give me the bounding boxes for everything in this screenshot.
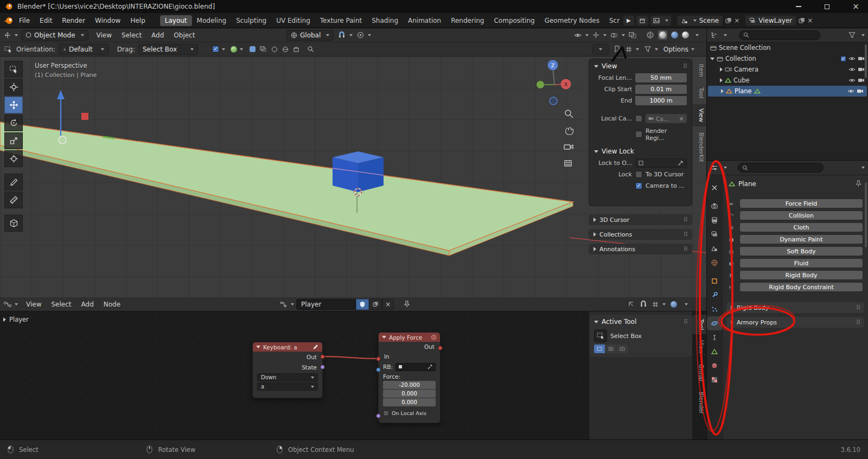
node-tab-tool[interactable]: Tool xyxy=(692,315,706,334)
workspace-tab-layout[interactable]: Layout xyxy=(160,15,192,26)
armory-play-button[interactable]: ▶ xyxy=(623,15,635,26)
snap-mode-dropdown[interactable] xyxy=(652,301,666,308)
object-visibility-dropdown[interactable] xyxy=(574,33,589,38)
camera-view-icon[interactable] xyxy=(564,145,573,149)
tab-tool-icon[interactable] xyxy=(707,181,722,195)
bookmark-icon[interactable] xyxy=(614,46,620,53)
sidebar-tab-item[interactable]: Item xyxy=(692,60,706,81)
outliner-row-plane[interactable]: Plane xyxy=(708,86,867,97)
view-panel-header[interactable]: View ⠿ xyxy=(589,60,692,72)
zoom-control-icon[interactable] xyxy=(565,110,573,118)
clip-end-field[interactable]: 1000 m xyxy=(635,96,687,105)
remove-rigid-body-icon[interactable]: × xyxy=(727,272,735,278)
menu-render[interactable]: Render xyxy=(57,17,90,24)
active-tool-thumbnail[interactable] xyxy=(594,329,607,342)
workspace-tab-rendering[interactable]: Rendering xyxy=(446,15,489,26)
outliner-editor-icon[interactable] xyxy=(710,32,718,39)
collision-button[interactable]: Collision xyxy=(739,211,863,220)
viewport-menu-object[interactable]: Object xyxy=(169,31,200,39)
expand-icon[interactable] xyxy=(710,58,714,60)
force-z-field[interactable]: 0.000 xyxy=(383,398,436,406)
sidebar-tab-tool[interactable]: Tool xyxy=(692,83,706,103)
expand-icon[interactable] xyxy=(720,78,723,82)
add-cube-tool[interactable] xyxy=(4,215,23,232)
collections-panel-header[interactable]: Collections⠿ xyxy=(589,229,692,240)
edit-pencil-icon[interactable] xyxy=(312,344,319,350)
workspace-tab-sculpting[interactable]: Sculpting xyxy=(231,15,271,26)
view-lock-header[interactable]: View Lock xyxy=(589,145,692,157)
key-event-dropdown[interactable]: Down xyxy=(257,373,318,381)
lock-3d-cursor-checkbox[interactable] xyxy=(635,171,642,178)
scene-selector[interactable]: Scene xyxy=(677,15,724,26)
panel-options-icon[interactable]: ⠿ xyxy=(856,304,860,311)
tab-object-data-icon[interactable] xyxy=(707,345,722,359)
render-visibility-icon[interactable] xyxy=(858,67,865,72)
plane-object[interactable] xyxy=(0,122,573,251)
tree-name-field[interactable]: Player xyxy=(296,299,356,310)
move-tool[interactable] xyxy=(4,97,23,113)
properties-search[interactable] xyxy=(738,163,824,173)
minimize-button[interactable] xyxy=(786,0,810,13)
new-viewlayer-icon[interactable] xyxy=(799,17,805,24)
new-scene-icon[interactable] xyxy=(725,17,732,24)
shading-wireframe-icon[interactable] xyxy=(646,31,654,39)
workspace-tab-texture-paint[interactable]: Texture Paint xyxy=(315,15,367,26)
apply-force-node[interactable]: Apply Force Out In RB: Force: -20.000 0.… xyxy=(378,332,441,423)
force-x-field[interactable]: -20.000 xyxy=(383,381,436,389)
panel-options-icon[interactable]: ⠿ xyxy=(684,216,687,224)
cloth-button[interactable]: Cloth xyxy=(739,222,863,232)
collapse-icon[interactable] xyxy=(382,336,386,339)
remove-viewlayer-icon[interactable]: × xyxy=(807,17,813,24)
axis-y-ball[interactable] xyxy=(537,81,544,88)
panel-options-icon[interactable]: ⠿ xyxy=(856,319,860,326)
local-axis-socket[interactable] xyxy=(376,413,381,418)
fluid-button[interactable]: Fluid xyxy=(739,258,863,268)
active-tool-header[interactable]: Active Tool ⠿ xyxy=(589,316,692,328)
close-button[interactable]: × xyxy=(844,0,868,13)
expand-icon[interactable] xyxy=(720,67,723,72)
cursor-tool[interactable] xyxy=(4,79,23,95)
rb-object-field[interactable] xyxy=(395,363,436,371)
filter-dropdown[interactable] xyxy=(644,46,658,52)
shading-rendered-icon[interactable] xyxy=(682,31,689,39)
node-tab-view[interactable]: View xyxy=(692,336,706,358)
render-visibility-icon[interactable] xyxy=(858,78,865,83)
hide-eye-icon[interactable] xyxy=(848,78,856,83)
tab-particles-icon[interactable] xyxy=(707,302,722,316)
sidebar-tab-view[interactable]: View xyxy=(692,104,706,126)
rigid-body-panel-header[interactable]: Rigid Body ⠿ xyxy=(726,302,864,313)
node-menu-select[interactable]: Select xyxy=(46,301,76,308)
auto-offset-icon[interactable] xyxy=(628,301,635,308)
fake-user-shield-button[interactable] xyxy=(356,299,369,310)
3d-cursor-panel-header[interactable]: 3D Cursor⠿ xyxy=(589,214,692,225)
node-menu-view[interactable]: View xyxy=(21,301,46,308)
maximize-button[interactable] xyxy=(815,0,839,13)
options-button[interactable]: Options xyxy=(663,46,694,53)
dynamic-paint-button[interactable]: Dynamic Paint xyxy=(739,234,863,244)
pin-icon[interactable] xyxy=(404,301,410,308)
tab-material-icon[interactable] xyxy=(707,359,722,373)
select-mode-new-button[interactable] xyxy=(594,345,605,353)
keyboard-node-header[interactable]: Keyboard: a xyxy=(253,342,322,352)
render-visibility-icon[interactable] xyxy=(858,56,865,61)
annotations-panel-header[interactable]: Annotations⠿ xyxy=(589,244,692,254)
scale-tool[interactable] xyxy=(4,132,23,149)
viewport-canvas[interactable]: Z X User Perspective (1) Collection | Pl… xyxy=(0,56,706,297)
unlink-scene-icon[interactable]: × xyxy=(734,17,739,24)
outliner-row-collection[interactable]: Collection xyxy=(707,53,868,64)
select-box-tool[interactable] xyxy=(4,61,23,78)
perspective-toggle-icon[interactable] xyxy=(565,161,571,166)
gizmos-dropdown[interactable] xyxy=(592,31,607,39)
tab-texture-icon[interactable] xyxy=(707,373,722,387)
eyedropper-icon[interactable] xyxy=(678,160,684,166)
axis-negz-ball[interactable] xyxy=(550,97,557,105)
shading-material-icon[interactable] xyxy=(671,31,678,39)
tool-option-toggle-5[interactable] xyxy=(293,46,299,53)
copy-tree-button[interactable] xyxy=(369,299,382,310)
render-region-checkbox[interactable] xyxy=(635,131,642,138)
keyboard-node[interactable]: Keyboard: a Out State Down a xyxy=(252,342,323,398)
tool-option-toggle-1[interactable] xyxy=(250,46,256,52)
key-dropdown[interactable]: a xyxy=(257,382,318,391)
annotate-tool[interactable] xyxy=(4,174,23,190)
select-mode-subtract-button[interactable] xyxy=(617,345,628,353)
